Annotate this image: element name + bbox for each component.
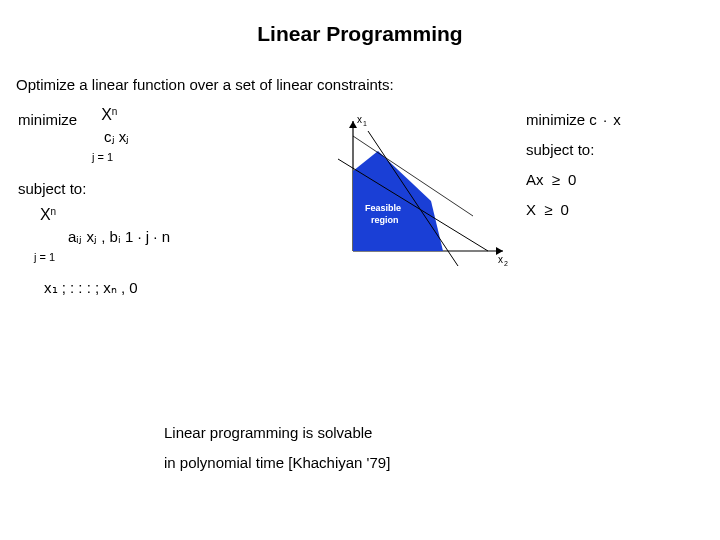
subject-to-compact: subject to: bbox=[526, 135, 710, 165]
x-var: x bbox=[613, 111, 621, 128]
svg-text:Feasible: Feasible bbox=[365, 203, 401, 213]
ge-icon-2: ≥ bbox=[544, 201, 552, 218]
sum-lower-j2: j = 1 bbox=[34, 249, 55, 267]
footnote-line1: Linear programming is solvable bbox=[164, 418, 390, 448]
footnote-line2: in polynomial time [Khachiyan '79] bbox=[164, 448, 390, 478]
objective-term: cⱼ xⱼ bbox=[104, 125, 129, 149]
X-term: X bbox=[526, 201, 536, 218]
ax-term: Ax bbox=[526, 171, 544, 188]
svg-text:2: 2 bbox=[504, 260, 508, 267]
content-row: minimize Xn cⱼ xⱼ j = 1 subject to: Xn a… bbox=[0, 93, 720, 306]
constraint-term: aᵢⱼ xⱼ , bᵢ 1 · j · n bbox=[68, 225, 170, 249]
min-label: minimize c bbox=[526, 111, 597, 128]
ge-icon: ≥ bbox=[552, 171, 560, 188]
sum-lower-j: j = 1 bbox=[92, 149, 113, 167]
slide-title: Linear Programming bbox=[0, 0, 720, 46]
svg-text:region: region bbox=[371, 215, 399, 225]
svg-text:1: 1 bbox=[363, 120, 367, 127]
sum-upper-n: n bbox=[112, 107, 118, 117]
subject-to-label: subject to: bbox=[18, 177, 86, 201]
formulation-detailed: minimize Xn cⱼ xⱼ j = 1 subject to: Xn a… bbox=[18, 101, 318, 306]
dot-icon: · bbox=[603, 111, 607, 128]
nonneg-constraint: x₁ ; : : : ; xₙ , 0 bbox=[44, 276, 138, 300]
zero: 0 bbox=[568, 171, 576, 188]
minimize-label: minimize bbox=[18, 108, 77, 132]
slide-subtitle: Optimize a linear function over a set of… bbox=[0, 46, 720, 93]
svg-text:x: x bbox=[357, 114, 362, 125]
feasible-region-diagram: x 1 x 2 Feasible region bbox=[318, 101, 518, 306]
formulation-compact: minimize c · x subject to: Ax ≥ 0 X ≥ 0 bbox=[518, 101, 710, 306]
sum-upper-n2: n bbox=[51, 207, 57, 217]
footnote: Linear programming is solvable in polyno… bbox=[164, 418, 390, 478]
svg-text:x: x bbox=[498, 254, 503, 265]
zero-2: 0 bbox=[561, 201, 569, 218]
svg-marker-3 bbox=[349, 121, 357, 128]
